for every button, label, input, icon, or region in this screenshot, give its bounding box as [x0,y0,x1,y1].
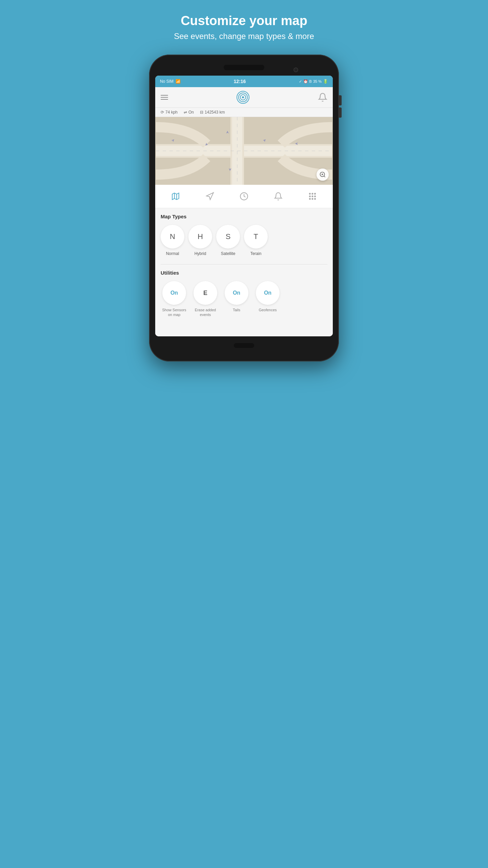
map-type-circle-satellite: S [216,225,240,249]
hamburger-line-1 [161,95,168,96]
tab-alerts[interactable] [271,189,286,204]
home-button[interactable] [234,343,254,348]
hamburger-line-2 [161,97,168,98]
phone-speaker [224,65,264,70]
svg-point-30 [312,196,313,197]
alarm-icon: ⏰ [303,79,308,84]
carrier-label: No SIM [160,79,174,84]
speed-value: 74 kph [165,110,178,115]
phone-camera [293,67,298,72]
odometer-info: ⊟ 142543 km [200,110,225,115]
tab-map[interactable] [168,189,183,204]
map-type-circle-normal: N [161,225,184,249]
map-types-title: Map Types [161,214,327,219]
svg-marker-21 [172,193,179,200]
svg-point-27 [312,193,313,194]
wifi-icon: 📶 [176,79,181,84]
svg-marker-24 [206,193,214,200]
utility-label-geofences: Geofences [259,308,277,312]
svg-point-28 [314,193,316,194]
phone-shell: No SIM 📶 12:16 ✓ ⏰ B 35 % 🔋 [149,55,339,361]
svg-text:➤: ➤ [225,131,230,134]
app-header [155,87,333,108]
map-view[interactable]: ➤ ➤ ➤ ➤ ➤ ➤ [155,117,333,185]
page-subtitle: See events, change map types & more [174,32,314,41]
utility-label-tails: Tails [233,308,240,312]
svg-point-3 [242,96,244,98]
tab-navigation[interactable] [202,189,217,204]
hamburger-menu[interactable] [161,95,168,100]
app-logo [236,91,250,104]
utility-circle-geofences: On [256,281,280,305]
utility-circle-tails: On [225,281,248,305]
utility-erase-events[interactable]: E Erase added events [192,281,219,317]
map-type-satellite[interactable]: S Satellite [216,225,240,256]
map-zoom-button[interactable] [317,169,329,181]
info-bar: ⟳ 74 kph ⇌ On ⊟ 142543 km [155,108,333,117]
map-types-row: N Normal H Hybrid S Satellite [161,225,327,256]
svg-text:➤: ➤ [228,168,232,171]
odometer-icon: ⊟ [200,110,203,115]
battery-label: 35 % [313,79,322,83]
map-type-label-terrain: Terain [250,251,262,256]
status-bar: No SIM 📶 12:16 ✓ ⏰ B 35 % 🔋 [155,76,333,87]
svg-point-31 [314,196,316,197]
phone-bottom [155,343,333,348]
volume-up [339,95,342,105]
page-title: Customize your map [174,14,314,28]
utility-geofences[interactable]: On Geofences [254,281,281,317]
volume-buttons [339,95,342,118]
map-type-hybrid[interactable]: H Hybrid [188,225,212,256]
map-type-circle-hybrid: H [188,225,212,249]
svg-point-34 [314,198,316,199]
utility-show-sensors[interactable]: On Show Sensors on map [161,281,188,317]
location-icon: ✓ [299,79,302,84]
svg-line-18 [324,176,325,177]
bluetooth-icon: B [309,79,312,83]
map-type-label-hybrid: Hybrid [195,251,206,256]
map-type-circle-terrain: T [244,225,268,249]
notification-bell-icon[interactable] [318,93,327,102]
svg-point-26 [309,193,310,194]
status-time: 12:16 [233,79,246,84]
section-divider [161,264,327,264]
utilities-row: On Show Sensors on map E Erase added eve… [161,281,327,317]
svg-point-32 [309,198,310,199]
odometer-value: 142543 km [205,110,225,115]
svg-point-29 [309,196,310,197]
screen: No SIM 📶 12:16 ✓ ⏰ B 35 % 🔋 [155,76,333,336]
mode-info: ⇌ On [184,110,194,115]
speed-info: ⟳ 74 kph [161,110,178,115]
map-type-terrain[interactable]: T Terain [244,225,268,256]
utility-label-show-sensors: Show Sensors on map [161,308,188,317]
utilities-title: Utilities [161,270,327,276]
content-panel: Map Types N Normal H Hybrid S [155,208,333,336]
logo-svg [236,91,250,104]
page-header: Customize your map See events, change ma… [174,14,314,41]
svg-point-33 [312,198,313,199]
volume-down [339,107,342,118]
speed-icon: ⟳ [161,110,164,115]
utility-circle-erase-events: E [194,281,217,305]
mode-icon: ⇌ [184,110,187,115]
nav-tabs [155,185,333,208]
hamburger-line-3 [161,99,168,100]
mode-value: On [188,110,194,115]
map-type-label-satellite: Satellite [221,251,236,256]
utility-label-erase-events: Erase added events [192,308,219,317]
status-left: No SIM 📶 [160,79,181,84]
battery-icon: 🔋 [323,79,328,84]
tab-history[interactable] [237,189,251,204]
map-type-label-normal: Normal [166,251,179,256]
status-right: ✓ ⏰ B 35 % 🔋 [299,79,328,84]
utility-circle-show-sensors: On [162,281,186,305]
bottom-spacing [161,317,327,331]
map-svg: ➤ ➤ ➤ ➤ ➤ ➤ [155,117,333,185]
tab-more[interactable] [305,189,320,204]
map-type-normal[interactable]: N Normal [161,225,184,256]
utility-tails[interactable]: On Tails [223,281,250,317]
svg-text:➤: ➤ [295,141,298,146]
